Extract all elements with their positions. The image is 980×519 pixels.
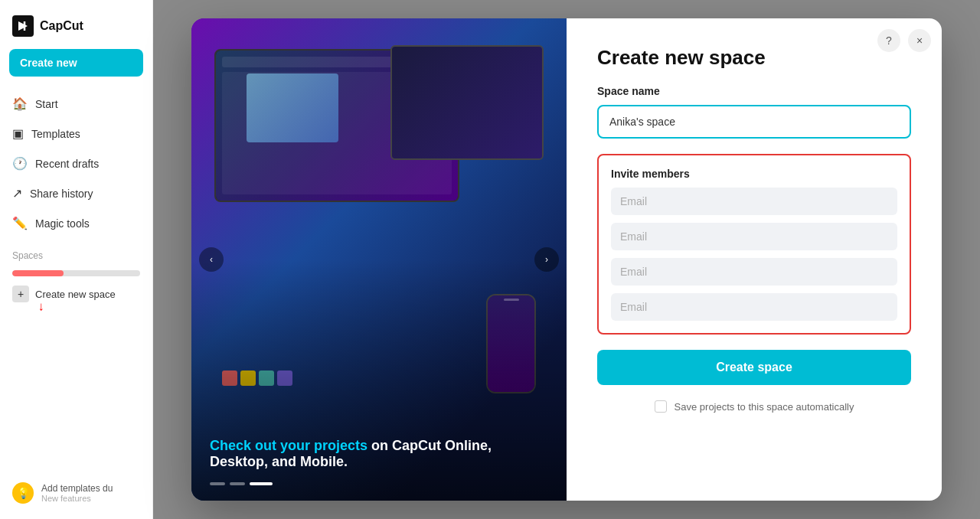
sidebar-item-share-history[interactable]: ↗ Share history [0,178,152,208]
space-bar-fill [12,270,64,276]
clock-icon: 🕐 [12,156,28,171]
sidebar-item-share-label: Share history [30,188,93,200]
sidebar-item-templates[interactable]: ▣ Templates [0,119,152,149]
invite-members-section: Invite members [597,154,911,335]
auto-save-checkbox[interactable] [655,400,667,413]
email-input-3[interactable] [611,258,897,286]
modal-title: Create new space [597,46,911,70]
space-name-label: Space name [597,85,911,97]
email-input-4[interactable] [611,293,897,321]
email-input-1[interactable] [611,188,897,215]
new-feature-item: 💡 Add templates du New features [0,476,152,510]
create-new-button[interactable]: Create new [9,49,143,77]
carousel-highlight-text: Check out your projects [210,438,368,453]
sidebar-item-recent-drafts[interactable]: 🕐 Recent drafts [0,149,152,178]
home-icon: 🏠 [12,96,28,111]
create-space-label: Create new space [35,289,116,300]
auto-save-row: Save projects to this space automaticall… [597,400,911,413]
auto-save-label: Save projects to this space automaticall… [675,401,854,413]
sidebar: CapCut Create new 🏠 Start ▣ Templates 🕐 … [0,0,153,519]
sidebar-item-recent-label: Recent drafts [35,158,99,170]
red-arrow-indicator: ↑ [38,301,44,315]
modal-form-panel: Create new space Space name Invite membe… [567,18,942,501]
sidebar-item-start[interactable]: 🏠 Start [0,89,152,119]
carousel-dots [191,482,567,501]
modal-carousel-panel: ‹ › Check out your projects on CapCut On… [191,18,567,501]
feature-bulb-icon: 💡 [12,482,34,504]
carousel-dot-3[interactable] [250,482,273,485]
logo-text: CapCut [40,19,83,33]
tablet-mockup [390,45,544,160]
create-space-modal: × ? [191,18,942,501]
modal-overlay: × ? [153,0,980,519]
magic-icon: ✏️ [12,216,28,230]
modal-close-button[interactable]: × [908,29,931,52]
templates-icon: ▣ [12,126,24,141]
image-placeholder-1 [247,73,338,142]
carousel-description: Check out your projects on CapCut Online… [210,438,548,470]
carousel-text-area: Check out your projects on CapCut Online… [191,423,567,482]
carousel-prev-button[interactable]: ‹ [199,247,224,272]
sidebar-item-templates-label: Templates [31,128,80,140]
carousel-dot-2[interactable] [230,482,245,485]
email-input-2[interactable] [611,223,897,250]
share-icon: ↗ [12,186,22,201]
logo-area: CapCut [0,9,152,49]
space-usage-bar [12,270,140,276]
sidebar-item-magic-label: Magic tools [35,217,90,230]
help-button[interactable]: ? [877,29,900,52]
carousel-next-button[interactable]: › [534,247,559,272]
create-space-sidebar-item[interactable]: + Create new space ↑ [0,279,152,308]
sidebar-item-magic-tools[interactable]: ✏️ Magic tools [0,208,152,238]
space-name-input[interactable] [597,105,911,139]
tablet-screen [392,47,542,158]
carousel-dot-1[interactable] [210,482,225,485]
capcut-logo-icon [12,15,34,37]
feature-text: Add templates du [41,483,113,494]
feature-info: Add templates du New features [41,483,113,503]
spaces-label: Spaces [0,238,152,267]
invite-members-label: Invite members [611,168,897,180]
main-content: × ? [153,0,980,519]
sidebar-item-start-label: Start [35,98,58,110]
create-space-icon: + [12,286,29,302]
space-name-section: Space name [597,85,911,139]
create-space-button[interactable]: Create space [597,350,911,385]
feature-sub: New features [41,494,113,503]
